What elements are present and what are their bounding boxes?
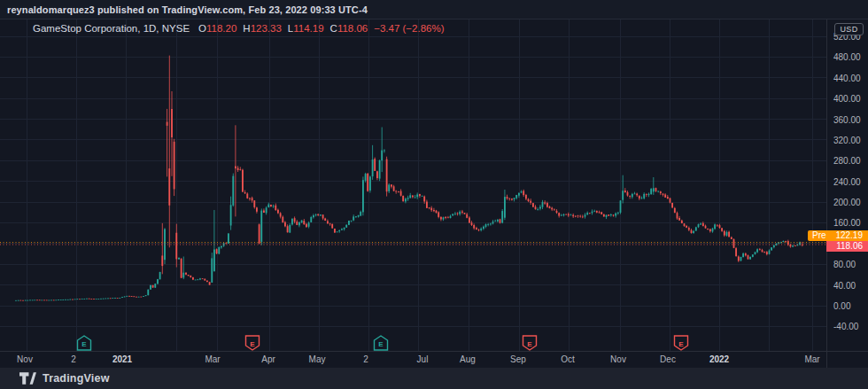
ohlc-field: O118.20	[198, 23, 236, 34]
time-axis-label: 2022	[709, 354, 729, 364]
svg-text:E: E	[81, 340, 87, 348]
last-price-value: 118.06	[836, 241, 863, 251]
change-value: −3.47 (−2.86%)	[374, 23, 444, 34]
ohlc-field: H123.33	[243, 23, 282, 34]
price-axis-label: 320.00	[833, 136, 867, 145]
ohlc-values: O118.20H123.33L114.19C118.06	[198, 23, 374, 34]
svg-text:E: E	[678, 340, 684, 348]
price-axis-label: 200.00	[833, 198, 867, 207]
time-axis-label: Mar	[205, 354, 220, 364]
time-axis-label: Apr	[261, 354, 275, 364]
time-axis-label: 2021	[112, 354, 132, 364]
candlestick-chart[interactable]: EEEEE	[0, 19, 826, 351]
last-price-badge: 118.06	[826, 241, 868, 252]
time-axis-label: Jul	[417, 354, 429, 364]
axis-corner	[826, 352, 868, 369]
earnings-icon[interactable]: E	[78, 336, 91, 350]
time-axis-label: Oct	[561, 354, 575, 364]
time-axis-label: May	[309, 354, 326, 364]
time-axis-label: Sep	[510, 354, 526, 364]
time-axis-label: 2	[363, 354, 368, 364]
tradingview-snapshot: reynaldomarquez3 published on TradingVie…	[0, 0, 868, 389]
currency-badge: USD	[834, 23, 864, 35]
earnings-icon[interactable]: E	[675, 336, 688, 350]
time-axis-label: Dec	[660, 354, 676, 364]
time-axis[interactable]: Nov22021MarAprMay2JulAugSepOctNovDec2022…	[0, 351, 868, 368]
publish-info-text: reynaldomarquez3 published on TradingVie…	[7, 4, 368, 15]
price-axis-label: -40.00	[833, 322, 867, 331]
time-axis-label: Aug	[460, 354, 476, 364]
time-axis-label: Nov	[610, 354, 626, 364]
earnings-icon[interactable]: E	[246, 336, 260, 350]
publish-info-bar: reynaldomarquez3 published on TradingVie…	[0, 0, 868, 19]
time-axis-label: Nov	[17, 354, 33, 364]
tradingview-wordmark[interactable]: TradingView	[43, 372, 110, 385]
time-axis-label: Mar	[804, 354, 819, 364]
price-axis-label: 360.00	[833, 115, 867, 125]
symbol-title[interactable]: GameStop Corporation, 1D, NYSE	[33, 23, 190, 34]
ohlc-field: L114.19	[288, 23, 324, 34]
price-axis-label: 440.00	[833, 74, 867, 83]
time-axis-label: 2	[71, 354, 76, 364]
price-axis-label: 160.00	[833, 218, 867, 228]
price-axis-label: 80.00	[833, 260, 867, 269]
price-axis[interactable]: -40.000.0040.0080.00160.00200.00240.0028…	[826, 19, 868, 351]
pre-market-price-badge: Pre 122.19	[808, 230, 868, 241]
ohlc-field: C118.06	[330, 23, 368, 34]
svg-text:E: E	[527, 340, 532, 348]
price-axis-label: 40.00	[833, 281, 867, 291]
price-axis-label: 0.00	[833, 301, 867, 311]
price-axis-label: 480.00	[833, 52, 867, 62]
svg-text:E: E	[250, 340, 255, 348]
pre-market-label: Pre	[812, 230, 826, 240]
svg-text:E: E	[378, 340, 384, 348]
price-axis-label: 400.00	[833, 94, 867, 104]
tradingview-logo-icon[interactable]	[19, 372, 36, 385]
earnings-icon[interactable]: E	[375, 336, 388, 350]
footer-bar: TradingView	[0, 368, 868, 389]
symbol-header[interactable]: GameStop Corporation, 1D, NYSE O118.20H1…	[33, 22, 445, 35]
earnings-icon[interactable]: E	[523, 336, 537, 350]
price-axis-label: 280.00	[833, 156, 867, 166]
price-axis-label: 240.00	[833, 177, 867, 187]
pre-market-value: 122.19	[835, 230, 863, 240]
